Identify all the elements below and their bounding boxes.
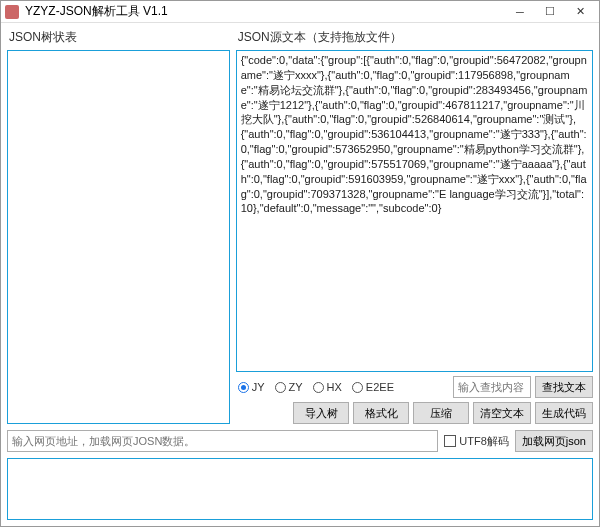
right-column: JSON源文本（支持拖放文件） {"code":0,"data":{"group… [236, 27, 593, 424]
upper-panels: JSON树状表 JSON源文本（支持拖放文件） {"code":0,"data"… [7, 27, 593, 424]
search-input[interactable] [453, 376, 531, 398]
titlebar: YZYZ-JSON解析工具 V1.1 ─ ☐ ✕ [1, 1, 599, 23]
json-tree-view[interactable] [7, 50, 230, 424]
radio-zy[interactable]: ZY [275, 381, 303, 393]
window-title: YZYZ-JSON解析工具 V1.1 [25, 3, 505, 20]
output-textarea[interactable] [7, 458, 593, 520]
tree-label: JSON树状表 [7, 27, 230, 50]
load-web-json-button[interactable]: 加载网页json [515, 430, 593, 452]
format-button[interactable]: 格式化 [353, 402, 409, 424]
radio-e2ee[interactable]: E2EE [352, 381, 394, 393]
radio-jy[interactable]: JY [238, 381, 265, 393]
row-actions: 导入树 格式化 压缩 清空文本 生成代码 [236, 402, 593, 424]
radio-dot-icon [238, 382, 249, 393]
clear-text-button[interactable]: 清空文本 [473, 402, 531, 424]
checkbox-icon [444, 435, 456, 447]
compress-button[interactable]: 压缩 [413, 402, 469, 424]
radio-dot-icon [313, 382, 324, 393]
app-icon [5, 5, 19, 19]
minimize-button[interactable]: ─ [505, 2, 535, 22]
row-url: UTF8解码 加载网页json [7, 430, 593, 452]
content-area: JSON树状表 JSON源文本（支持拖放文件） {"code":0,"data"… [1, 23, 599, 526]
gen-code-button[interactable]: 生成代码 [535, 402, 593, 424]
radio-zy-label: ZY [289, 381, 303, 393]
radio-e2ee-label: E2EE [366, 381, 394, 393]
source-label: JSON源文本（支持拖放文件） [236, 27, 593, 50]
utf8-decode-checkbox[interactable]: UTF8解码 [444, 434, 509, 449]
radio-hx-label: HX [327, 381, 342, 393]
controls: JY ZY HX E2 [236, 376, 593, 424]
utf8-decode-label: UTF8解码 [459, 434, 509, 449]
url-input[interactable] [7, 430, 438, 452]
engine-radio-group: JY ZY HX E2 [236, 381, 449, 393]
find-text-button[interactable]: 查找文本 [535, 376, 593, 398]
radio-dot-icon [275, 382, 286, 393]
app-window: YZYZ-JSON解析工具 V1.1 ─ ☐ ✕ JSON树状表 JSON源文本… [0, 0, 600, 527]
radio-jy-label: JY [252, 381, 265, 393]
close-button[interactable]: ✕ [565, 2, 595, 22]
row-search: JY ZY HX E2 [236, 376, 593, 398]
json-source-textarea[interactable]: {"code":0,"data":{"group":[{"auth":0,"fl… [236, 50, 593, 372]
left-column: JSON树状表 [7, 27, 230, 424]
maximize-button[interactable]: ☐ [535, 2, 565, 22]
radio-dot-icon [352, 382, 363, 393]
import-tree-button[interactable]: 导入树 [293, 402, 349, 424]
json-source-text: {"code":0,"data":{"group":[{"auth":0,"fl… [241, 53, 588, 216]
radio-hx[interactable]: HX [313, 381, 342, 393]
